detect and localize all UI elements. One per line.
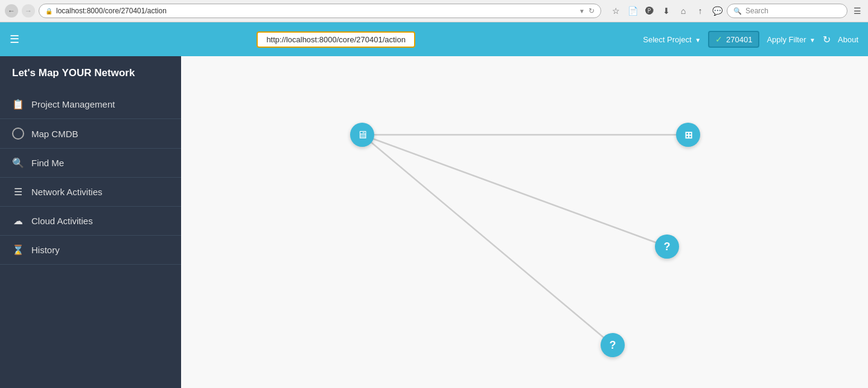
sidebar-item-project-management[interactable]: 📋 Project Management xyxy=(0,90,181,119)
menu-icon[interactable]: ☰ xyxy=(851,5,863,17)
url-display: http://localhost:8000/core/270401/action xyxy=(29,31,643,48)
home-icon[interactable]: ⌂ xyxy=(677,5,689,17)
canvas-area[interactable]: 🖥 ⊞ ? ? xyxy=(181,56,868,388)
select-project-caret-icon: ▼ xyxy=(695,37,701,44)
pocket-icon[interactable]: 🅟 xyxy=(643,5,656,17)
about-button[interactable]: About xyxy=(838,35,858,44)
svg-line-2 xyxy=(362,135,613,345)
main-content: Let's Map YOUR Network 📋 Project Managem… xyxy=(0,56,868,388)
network-activities-icon: ☰ xyxy=(12,186,24,198)
url-reload-icon[interactable]: ↻ xyxy=(589,7,595,15)
sidebar-item-label: Project Management xyxy=(31,99,115,109)
top-bar: ☰ http://localhost:8000/core/270401/acti… xyxy=(0,22,868,56)
windows-icon: ⊞ xyxy=(685,129,692,141)
node-monitor[interactable]: 🖥 xyxy=(350,123,374,147)
sidebar-item-map-cmdb[interactable]: Map CMDB xyxy=(0,119,181,149)
url-dropdown-icon[interactable]: ▼ xyxy=(579,8,585,15)
top-bar-right: Select Project ▼ ✓ 270401 Apply Filter ▼… xyxy=(643,31,858,48)
sidebar-item-label: Find Me xyxy=(31,158,64,168)
sidebar: Let's Map YOUR Network 📋 Project Managem… xyxy=(0,56,181,388)
question-icon-2: ? xyxy=(610,339,616,352)
reader-icon[interactable]: 📄 xyxy=(627,5,639,17)
download-icon[interactable]: ⬇ xyxy=(660,5,672,17)
apply-filter-caret-icon: ▼ xyxy=(809,37,815,44)
refresh-button[interactable]: ↻ xyxy=(823,34,831,45)
project-badge[interactable]: ✓ 270401 xyxy=(708,31,759,48)
map-cmdb-icon xyxy=(12,128,24,140)
svg-line-1 xyxy=(362,135,667,247)
select-project-button[interactable]: Select Project ▼ xyxy=(643,35,701,44)
browser-toolbar: ← → 🔒 localhost:8000/core/270401/action … xyxy=(0,0,868,22)
url-bar[interactable]: 🔒 localhost:8000/core/270401/action ▼ ↻ xyxy=(39,4,601,18)
sidebar-item-network-activities[interactable]: ☰ Network Activities xyxy=(0,178,181,207)
monitor-icon: 🖥 xyxy=(357,129,368,141)
app-title: Let's Map YOUR Network xyxy=(0,56,181,90)
back-button[interactable]: ← xyxy=(5,4,18,18)
find-me-icon: 🔍 xyxy=(12,157,24,169)
sidebar-item-label: Network Activities xyxy=(31,187,103,197)
app-wrapper: ☰ http://localhost:8000/core/270401/acti… xyxy=(0,22,868,388)
sidebar-item-find-me[interactable]: 🔍 Find Me xyxy=(0,149,181,178)
question-icon-1: ? xyxy=(664,241,671,253)
url-lock-icon: 🔒 xyxy=(45,8,53,15)
search-placeholder: Search xyxy=(745,7,768,15)
app-title-text: Let's Map YOUR Network xyxy=(12,67,135,79)
node-unknown2[interactable]: ? xyxy=(601,333,625,357)
node-windows[interactable]: ⊞ xyxy=(676,123,700,147)
project-management-icon: 📋 xyxy=(12,99,24,110)
select-project-label: Select Project xyxy=(643,35,691,44)
hamburger-button[interactable]: ☰ xyxy=(10,33,19,46)
bookmark-star-icon[interactable]: ☆ xyxy=(610,5,622,17)
url-text: localhost:8000/core/270401/action xyxy=(56,7,576,15)
chat-icon[interactable]: 💬 xyxy=(711,5,723,17)
url-pill: http://localhost:8000/core/270401/action xyxy=(257,31,415,48)
sidebar-item-history[interactable]: ⌛ History xyxy=(0,236,181,265)
browser-chrome: ← → 🔒 localhost:8000/core/270401/action … xyxy=(0,0,868,22)
sidebar-empty xyxy=(0,265,181,388)
sidebar-item-cloud-activities[interactable]: ☁ Cloud Activities xyxy=(0,207,181,236)
apply-filter-label: Apply Filter xyxy=(767,35,806,44)
apply-filter-button[interactable]: Apply Filter ▼ xyxy=(767,35,815,44)
browser-icons: ☆ 📄 🅟 ⬇ ⌂ ↑ 💬 xyxy=(610,5,723,17)
sidebar-item-label: Cloud Activities xyxy=(31,216,93,226)
network-connections xyxy=(181,56,868,388)
cloud-activities-icon: ☁ xyxy=(12,215,24,227)
search-bar[interactable]: 🔍 Search xyxy=(727,4,847,18)
sidebar-item-label: Map CMDB xyxy=(31,129,78,139)
forward-button[interactable]: → xyxy=(22,4,35,18)
search-icon: 🔍 xyxy=(733,7,742,15)
arrow-icon[interactable]: ↑ xyxy=(694,5,706,17)
project-id: 270401 xyxy=(726,35,752,44)
history-icon: ⌛ xyxy=(12,244,24,256)
node-unknown1[interactable]: ? xyxy=(655,234,679,259)
sidebar-item-label: History xyxy=(31,245,60,255)
project-check-icon: ✓ xyxy=(715,34,723,44)
